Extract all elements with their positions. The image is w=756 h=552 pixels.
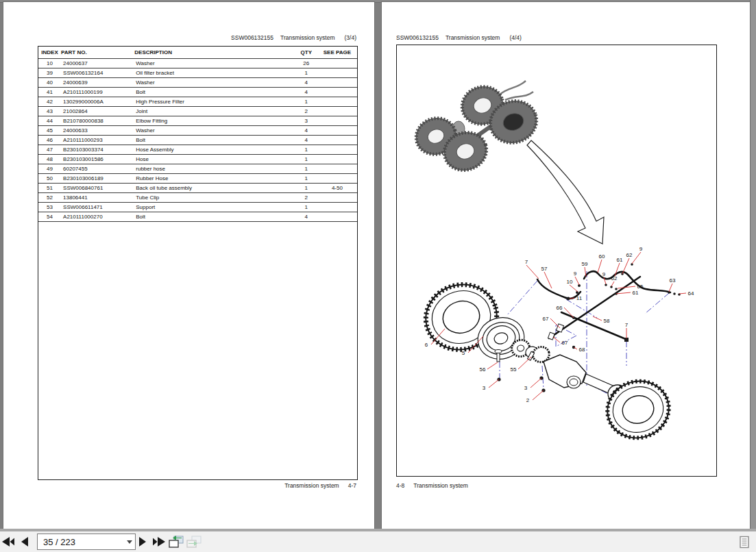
footer-page-no: 4-8	[396, 482, 404, 489]
callout-number: 9	[602, 271, 606, 277]
callout-number: 62	[611, 275, 618, 281]
callout-number: 58	[604, 318, 610, 324]
forward-view-icon	[186, 534, 202, 549]
col-description: DESCRIPTION	[134, 47, 295, 59]
callout-number: 68	[579, 347, 585, 353]
table-row: 44B210780000838Elbow Fitting3	[38, 116, 357, 126]
page-header: SSW006132155 Transmission system (3/4)	[231, 34, 356, 41]
table-row: 54A210111000270Bolt4	[38, 212, 357, 222]
table-row: 42130299000006AHigh Pressure Filter1	[38, 97, 357, 107]
previous-page-icon	[20, 536, 29, 547]
table-row: 4321002864Joint2	[38, 107, 357, 116]
footer-title: Transmission system	[284, 482, 339, 489]
first-page-button[interactable]	[0, 534, 18, 549]
col-part-no: PART NO.	[61, 47, 134, 59]
callout-number: 67	[543, 316, 549, 322]
col-qty: QTY	[295, 47, 317, 59]
table-row: 5213806441Tube Clip2	[38, 193, 357, 203]
table-row: 1024000637Washer26	[38, 59, 357, 68]
page-list-button[interactable]	[737, 534, 752, 550]
col-index: INDEX	[38, 47, 61, 59]
combo-dropdown-icon[interactable]	[124, 540, 135, 544]
zoom-pointer-arrow	[527, 140, 604, 244]
assembled-axle-illustration	[411, 81, 541, 175]
section-title: Transmission system	[446, 34, 500, 41]
page-list-icon	[739, 536, 750, 549]
restore-view-icon	[168, 534, 184, 549]
callout-number: 57	[541, 266, 548, 272]
next-page-icon	[138, 536, 147, 547]
page-footer: 4-8 Transmission system	[396, 482, 468, 489]
parts-table-header: INDEX PART NO. DESCRIPTION QTY SEE PAGE	[38, 47, 357, 59]
callout-number: 55	[511, 366, 517, 373]
parts-table: INDEX PART NO. DESCRIPTION QTY SEE PAGE …	[38, 47, 357, 222]
next-page-button[interactable]	[136, 534, 149, 549]
parts-table-body: 1024000637Washer2639SSW006132164Oil filt…	[38, 59, 357, 222]
page-footer: Transmission system 4-7	[284, 482, 356, 489]
callout-number: 61	[617, 257, 623, 263]
transmission-diagram: 7575960616299101196265616364666758767686…	[397, 45, 716, 476]
callout-number: 62	[626, 252, 633, 258]
last-page-icon	[151, 536, 166, 547]
callout-number: 7	[525, 259, 528, 265]
callout-number: 65	[637, 284, 644, 290]
table-row: 47B230103003374Hose Assembly1	[38, 145, 357, 155]
fittings	[497, 263, 680, 392]
last-page-button[interactable]	[149, 534, 167, 549]
callout-number: 64	[688, 290, 694, 297]
footer-page-no: 4-7	[348, 482, 356, 489]
first-page-icon	[1, 536, 16, 547]
table-row: 48B230103001586Hose1	[38, 155, 357, 164]
table-row: 4024000639Washer4	[38, 78, 357, 88]
callout-number: 59	[582, 261, 588, 267]
document-page-right: SSW006132155 Transmission system (4/4)	[382, 2, 751, 529]
toolbar: 35 / 223	[0, 531, 756, 552]
right-tire	[600, 374, 675, 445]
section-title: Transmission system	[280, 34, 335, 41]
callout-number: 61	[633, 290, 639, 296]
doc-code: SSW006132155	[231, 34, 273, 41]
callout-number: 56	[480, 366, 486, 373]
page-header: SSW006132155 Transmission system (4/4)	[396, 34, 522, 41]
previous-page-button[interactable]	[18, 534, 32, 549]
table-row: 51SSW006840761Back oil tube assembly14-5…	[38, 184, 357, 193]
table-row: 50B230103006189Rubber Hose1	[38, 174, 357, 184]
document-page-left: SSW006132155 Transmission system (3/4) I…	[3, 2, 374, 529]
pdf-viewer-window: SSW006132155 Transmission system (3/4) I…	[0, 0, 756, 552]
table-row: 53SSW006611471Support1	[38, 203, 357, 212]
callout-number: 60	[599, 253, 605, 260]
diagram-box: 7575960616299101196265616364666758767686…	[396, 45, 717, 477]
sheet-number: (4/4)	[509, 34, 521, 41]
parts-table-box: INDEX PART NO. DESCRIPTION QTY SEE PAGE …	[38, 46, 358, 480]
page-number-combo[interactable]: 35 / 223	[37, 534, 136, 550]
callout-number: 10	[567, 279, 573, 285]
table-row: 46A210111000293Bolt4	[38, 136, 357, 145]
callout-number: 3	[483, 385, 486, 391]
doc-code: SSW006132155	[396, 34, 439, 41]
next-view-button[interactable]	[185, 534, 203, 550]
callout-number: 11	[576, 295, 583, 301]
callout-number: 66	[557, 305, 563, 311]
table-row: 4960207455rubber hose1	[38, 164, 357, 174]
footer-title: Transmission system	[413, 482, 468, 489]
page-indicator: 35 / 223	[38, 537, 124, 547]
exploded-axle-illustration	[418, 263, 681, 445]
table-row: 4524000633Washer4	[38, 126, 357, 136]
callout-number: 9	[574, 271, 577, 277]
table-row: 39SSW006132164Oil filter bracket1	[38, 68, 357, 78]
previous-view-button[interactable]	[167, 534, 185, 550]
sheet-number: (3/4)	[345, 34, 356, 41]
callout-number: 67	[562, 340, 568, 346]
callout-number: 63	[670, 277, 676, 284]
col-see-page: SEE PAGE	[317, 47, 357, 59]
callout-number: 6	[425, 342, 428, 348]
table-row: 41A210111000199Bolt4	[38, 88, 357, 97]
callout-number: 5	[462, 350, 465, 356]
callout-number: 7	[625, 322, 629, 328]
vertical-scrollbar[interactable]	[750, 0, 756, 529]
callout-number: 9	[639, 246, 643, 252]
callout-number: 2	[526, 397, 530, 403]
callout-number: 3	[524, 385, 528, 391]
